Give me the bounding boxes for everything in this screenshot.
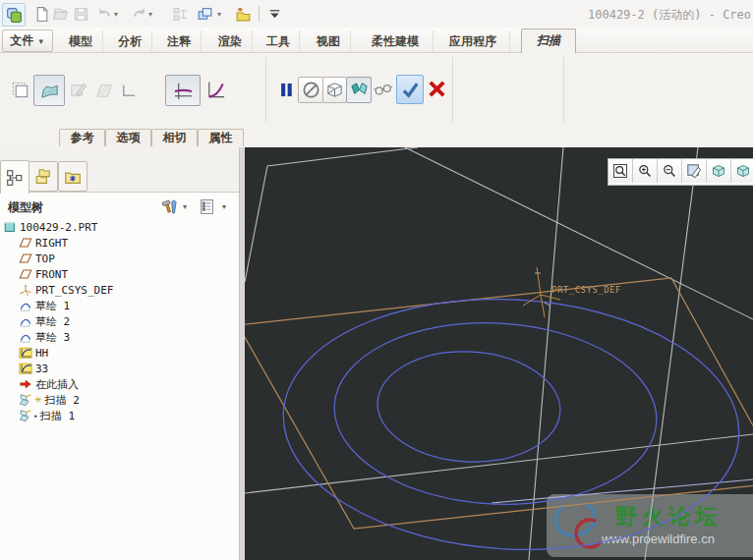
dashboard-panel-tabs: 参考 选项 相切 属性 xyxy=(0,128,753,147)
tree-settings-caret-icon[interactable]: ▾ xyxy=(222,202,226,211)
sweep-icon xyxy=(19,393,32,407)
tab-analysis[interactable]: 分析 xyxy=(108,30,152,52)
panel-tab-references[interactable]: 参考 xyxy=(59,129,105,146)
tree-item-sketch3[interactable]: 草绘 3 xyxy=(0,329,258,345)
tree-item-curve-33[interactable]: 33 xyxy=(0,361,258,376)
model-tree-tab[interactable] xyxy=(0,160,29,194)
windows-icon[interactable] xyxy=(194,3,215,25)
panel-tab-properties[interactable]: 属性 xyxy=(198,129,244,146)
insert-here-icon xyxy=(19,377,32,391)
sketch-icon xyxy=(19,314,32,328)
tree-item-sweep2[interactable]: ✳扫描 2 xyxy=(0,392,258,408)
open-file-icon[interactable] xyxy=(49,3,71,25)
toolbar-separator xyxy=(259,6,260,22)
file-menu-label: 文件 xyxy=(10,33,33,47)
sweep-dashboard xyxy=(0,53,753,128)
tab-model[interactable]: 模型 xyxy=(59,30,103,52)
edit-internal-sketch-icon[interactable] xyxy=(92,77,116,102)
datum-plane-edge xyxy=(245,434,753,493)
group-separator xyxy=(452,57,453,122)
tree-item-sweep1[interactable]: ▪扫描 1 xyxy=(0,408,258,423)
model-tree-header: 模型树 ▾ ▾ xyxy=(0,196,239,218)
feature-marker: ▪ xyxy=(34,412,37,420)
tab-render[interactable]: 渲染 xyxy=(208,30,253,52)
solid-icon[interactable] xyxy=(8,77,31,102)
redo-icon[interactable] xyxy=(128,3,149,25)
panel-tab-tangency[interactable]: 相切 xyxy=(151,129,198,146)
datum-curve-icon xyxy=(19,362,32,375)
model-tree-title: 模型树 xyxy=(8,199,43,216)
file-menu-button[interactable]: 文件 ▼ xyxy=(2,29,53,52)
datum-plane-icon xyxy=(19,252,32,265)
application-window: ▾ ▾ ▾ 100429-2 (活动的) - Creo 文件 ▼ 模型 分析 注… xyxy=(0,0,753,560)
app-window-icon[interactable] xyxy=(2,3,26,27)
undo-icon[interactable] xyxy=(93,3,115,25)
redo-dropdown-icon[interactable]: ▾ xyxy=(148,11,156,19)
tab-tools[interactable]: 工具 xyxy=(258,30,300,52)
ok-button[interactable] xyxy=(396,75,424,104)
quick-access-toolbar: ▾ ▾ ▾ 100429-2 (活动的) - Creo xyxy=(0,0,753,28)
no-preview-icon[interactable] xyxy=(298,77,323,103)
folder-browser-tab[interactable] xyxy=(29,161,58,192)
tree-item-top-plane[interactable]: TOP xyxy=(0,251,258,266)
constant-section-icon[interactable] xyxy=(165,75,201,106)
display-style-icon[interactable] xyxy=(707,159,731,183)
group-separator xyxy=(563,57,564,122)
zoom-out-icon[interactable] xyxy=(658,159,682,183)
variable-section-icon[interactable] xyxy=(201,77,230,102)
zoom-fit-icon[interactable] xyxy=(608,159,633,183)
tree-tools-caret-icon[interactable]: ▾ xyxy=(183,202,187,211)
window-title: 100429-2 (活动的) - Creo xyxy=(588,7,753,23)
preview-glasses-icon[interactable] xyxy=(372,79,393,98)
datum-curve-icon xyxy=(19,346,32,360)
pause-icon[interactable] xyxy=(277,78,295,101)
datum-plane-icon xyxy=(19,236,32,250)
save-icon[interactable] xyxy=(70,3,91,25)
wireframe-preview-icon[interactable] xyxy=(322,77,347,103)
tree-item-sketch1[interactable]: 草绘 1 xyxy=(0,298,258,313)
datum-plane-edge xyxy=(245,147,418,282)
surface-icon[interactable] xyxy=(33,75,65,106)
part-icon xyxy=(3,220,17,234)
toolbar-overflow-icon[interactable] xyxy=(263,3,285,25)
tab-flexible-modeling[interactable]: 柔性建模 xyxy=(358,30,434,52)
in-graphics-toolbar xyxy=(608,158,753,186)
windows-dropdown-icon[interactable]: ▾ xyxy=(217,11,225,19)
tree-item-right-plane[interactable]: RIGHT xyxy=(0,235,258,251)
edit-sketch-icon[interactable] xyxy=(67,77,90,102)
tree-settings-icon[interactable] xyxy=(197,196,216,216)
group-separator xyxy=(265,57,266,122)
panel-tab-options[interactable]: 选项 xyxy=(105,129,151,146)
repaint-icon[interactable] xyxy=(682,159,707,183)
csys-label: PRT_CSYS_DEF xyxy=(551,285,621,295)
sketch-icon xyxy=(19,299,32,312)
tab-applications[interactable]: 应用程序 xyxy=(436,30,510,52)
sketch-icon xyxy=(19,330,32,344)
tree-item-sketch2[interactable]: 草绘 2 xyxy=(0,313,258,329)
cancel-button[interactable] xyxy=(426,77,447,100)
sketch-circles xyxy=(277,288,746,560)
saved-views-icon[interactable] xyxy=(731,159,753,183)
undo-dropdown-icon[interactable]: ▾ xyxy=(114,11,122,19)
csys-icon xyxy=(19,283,32,297)
tree-item-curve-hh[interactable]: HH xyxy=(0,345,258,361)
tree-item-part[interactable]: 100429-2.PRT xyxy=(0,219,242,235)
tab-sweep-active[interactable]: 扫描 xyxy=(521,28,576,53)
tree-item-front-plane[interactable]: FRONT xyxy=(0,266,258,282)
close-window-icon[interactable] xyxy=(232,3,254,25)
graphics-area[interactable]: 野火论坛 www.proewildfire.cn xyxy=(245,147,753,560)
zoom-in-icon[interactable] xyxy=(633,159,658,183)
tab-annotate[interactable]: 注释 xyxy=(157,30,202,52)
favorites-tab[interactable] xyxy=(58,161,87,192)
tab-view[interactable]: 视图 xyxy=(307,30,351,52)
3d-viewport[interactable]: PRT_CSYS_DEF xyxy=(245,147,753,560)
in-creation-marker: ✳ xyxy=(34,396,42,405)
model-tree-navigator: 模型树 ▾ ▾ 100429-2.PRT RIGHT TOP FRONT PRT… xyxy=(0,147,239,560)
navigator-tab-strip xyxy=(0,147,239,193)
shaded-preview-icon[interactable] xyxy=(346,77,372,103)
tree-tools-icon[interactable] xyxy=(159,196,179,216)
open-ends-icon[interactable] xyxy=(117,77,141,102)
tree-item-insert-here[interactable]: 在此插入 xyxy=(0,376,258,392)
regenerate-icon[interactable] xyxy=(169,3,191,25)
tree-item-csys[interactable]: PRT_CSYS_DEF xyxy=(0,282,258,298)
